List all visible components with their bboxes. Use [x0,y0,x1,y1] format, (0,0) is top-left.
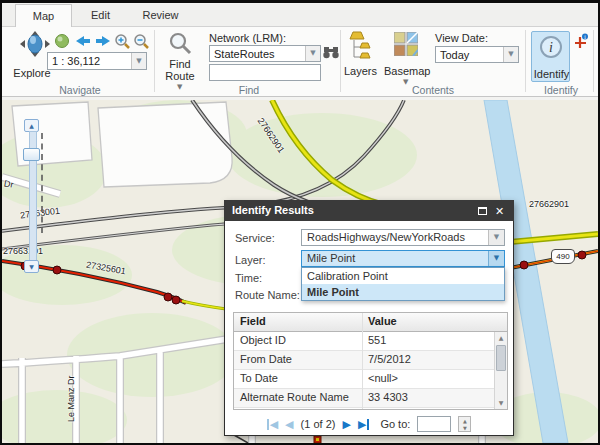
chevron-down-icon[interactable]: ▼ [488,251,504,266]
zoom-slider-down-button[interactable]: ▼ [24,260,39,273]
table-row: From Date 7/5/2012 [234,351,494,370]
layers-icon [347,31,373,61]
page-indicator: (1 of 2) [301,418,336,430]
group-separator [154,30,155,92]
minor-road-stub [234,435,248,443]
tab-review[interactable]: Review [129,4,192,27]
ribbon: Explore 1 : 36,112 ▼ Navigate Find Route… [2,26,598,97]
time-label: Time: [235,272,262,284]
ribbon-tab-bar: Map Edit Review [2,4,598,27]
goto-label: Go to: [380,418,410,430]
application-window: Map Edit Review Explore 1 : 36,112 [0,0,600,445]
previous-page-button[interactable]: ◀ [285,419,293,430]
pagination-bar: ◀ ◀ (1 of 2) ▶ ▶ Go to: ▲▼ [225,414,513,434]
find-route-magnifier-icon [168,31,192,55]
calibration-marker [314,436,321,443]
chevron-down-icon[interactable]: ▼ [488,230,504,245]
next-extent-arrow-icon [96,36,110,46]
route-name-label: Route Name: [235,289,300,301]
identify-circle-i-icon: i [539,35,563,59]
scrollbar-thumb[interactable] [496,345,506,371]
route-input-field[interactable] [209,64,321,81]
app-background: Map Edit Review Explore 1 : 36,112 [2,3,598,443]
scale-combobox[interactable]: 1 : 36,112 ▼ [47,52,147,70]
tab-edit[interactable]: Edit [72,4,129,27]
previous-extent-arrow-icon [76,36,90,46]
identify-button[interactable]: i Identify [531,31,570,82]
navigate-group-label: Navigate [10,84,150,96]
zoom-slider-ticks [41,133,43,233]
dialog-title-bar[interactable]: Identify Results [224,200,514,221]
highway-shield-490: 490 [551,249,575,264]
column-divider [362,313,363,409]
identify-results-dialog: Identify Results ✕ Service: RoadsHighway… [224,200,514,436]
network-lrm-label: Network (LRM): [209,32,286,44]
field-column-header: Field [240,315,266,327]
next-page-button[interactable]: ▶ [342,419,350,430]
close-button[interactable]: ✕ [493,205,506,218]
route-label: 27663101 [3,246,43,256]
group-separator [525,30,526,92]
route-label: 27662901 [529,199,569,209]
value-column-header: Value [368,315,397,327]
goto-page-input[interactable] [417,416,451,432]
dialog-title: Identify Results [232,204,314,216]
table-row: Object ID 551 [234,332,494,351]
find-group-label: Find [160,84,338,96]
layer-label: Layer: [235,254,266,266]
service-label: Service: [235,232,275,244]
maximize-icon [478,207,487,215]
dropdown-option-calibration-point[interactable]: Calibration Point [302,268,504,284]
last-page-button[interactable]: ▶ [358,419,369,430]
close-icon: ✕ [495,205,504,217]
attribute-table: Field Value Object ID 551 From Date 7/5/… [233,312,508,410]
globe-icon [56,35,69,48]
binoculars-icon[interactable] [323,45,339,60]
layer-dropdown-list: Calibration Point Mile Point [301,267,505,301]
contents-group-label: Contents [344,84,522,96]
svg-text:i: i [549,40,553,55]
group-separator [340,30,341,92]
network-lrm-combobox[interactable]: StateRoutes ▼ [209,45,321,62]
group-separator [593,30,594,92]
dropdown-option-mile-point[interactable]: Mile Point [302,284,504,300]
chevron-down-icon[interactable]: ▼ [131,53,146,69]
scroll-up-icon[interactable]: ▲ [495,332,507,344]
chevron-down-icon[interactable]: ▼ [503,47,518,62]
basemap-icon [394,32,418,56]
layer-combobox[interactable]: Mile Point ▼ [301,250,505,267]
spinner-down-icon[interactable]: ▼ [459,424,470,431]
tab-map[interactable]: Map [15,4,72,27]
chevron-down-icon[interactable]: ▼ [305,46,320,61]
layers-button[interactable]: Layers [344,31,376,83]
identify-route-tool-icon[interactable]: i [573,33,589,49]
table-scrollbar[interactable]: ▲ ▼ [494,332,507,409]
scroll-down-icon[interactable]: ▼ [495,397,507,409]
spinner-up-icon[interactable]: ▲ [459,417,470,424]
street-label: Le Manz Dr [66,364,76,422]
explore-pan-icon [20,31,50,59]
nav-extent-icons [54,33,150,49]
zoom-slider-handle[interactable] [23,148,40,161]
identify-group-label: Identify [529,84,593,96]
view-date-label: View Date: [435,32,488,44]
goto-spinner[interactable]: ▲▼ [458,416,471,432]
table-row: Alternate Route Name 33 4303 [234,389,494,408]
table-row: To Date <null> [234,370,494,389]
street-label: Dr [3,178,14,189]
service-combobox[interactable]: RoadsHighways/NewYorkRoads ▼ [301,229,505,246]
zoom-out-icon [135,35,148,48]
zoom-in-icon [116,35,129,48]
first-page-button[interactable]: ◀ [267,419,278,430]
maximize-button[interactable] [476,205,489,218]
table-header: Field Value [234,313,507,332]
view-date-combobox[interactable]: Today ▼ [435,46,519,63]
